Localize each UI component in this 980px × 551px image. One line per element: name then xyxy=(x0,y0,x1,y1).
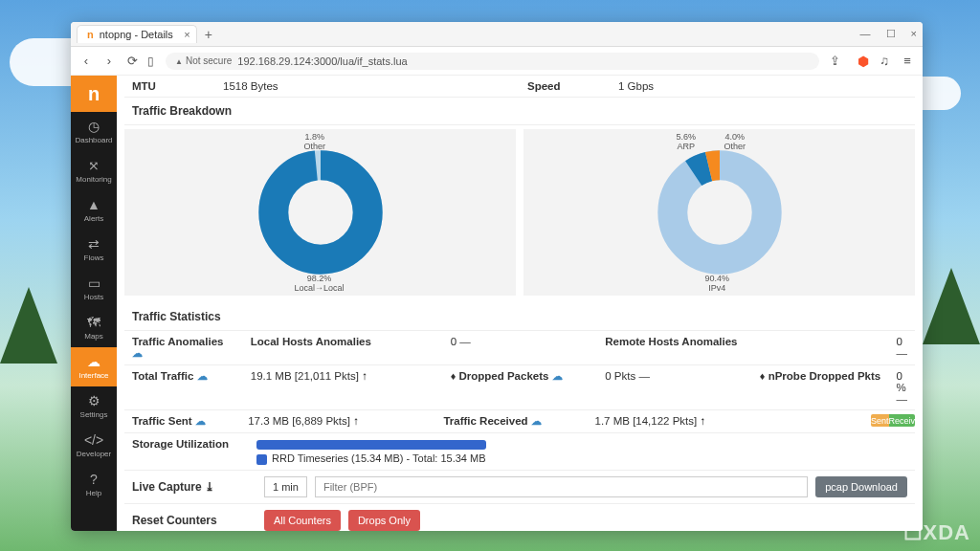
download-icon: ⤓ xyxy=(205,480,214,494)
chart-icon[interactable]: ☁ xyxy=(197,370,208,382)
traffic-recv-label: Traffic Received xyxy=(443,415,527,427)
music-icon[interactable]: ♫ xyxy=(877,54,892,68)
dropped-label: Dropped Packets xyxy=(458,370,548,382)
sidebar-item-developer[interactable]: </>Developer xyxy=(71,426,117,465)
nprobe-value: 0 % xyxy=(897,370,908,405)
new-tab-button[interactable]: + xyxy=(205,27,212,42)
filter-input[interactable] xyxy=(315,476,808,497)
alerts-icon: ▲ xyxy=(87,197,100,212)
local-anom-value: 0 xyxy=(451,336,471,347)
donut-chart-right: 5.6%ARP 4.0%Other 90.4%IPv4 xyxy=(523,129,915,296)
chart2-label-arp: 5.6%ARP xyxy=(677,133,697,152)
pcap-download-button[interactable]: pcap Download xyxy=(815,476,907,497)
all-counters-button[interactable]: All Counters xyxy=(264,510,341,531)
xda-watermark: ☐XDA xyxy=(903,520,970,545)
donut-chart-left: 1.8%Other 98.2%Local→Local xyxy=(124,129,516,296)
help-icon: ? xyxy=(90,472,98,487)
stats-title: Traffic Statistics xyxy=(124,303,915,331)
brave-shield-icon[interactable]: ⬢ xyxy=(858,54,869,69)
chart-icon[interactable]: ☁ xyxy=(132,347,143,359)
titlebar: n ntopng - Details × + — ☐ × xyxy=(71,22,923,47)
close-window-icon[interactable]: × xyxy=(911,28,917,40)
sidebar-item-interface[interactable]: ☁Interface xyxy=(71,347,117,386)
sidebar-item-monitoring[interactable]: ⤧Monitoring xyxy=(71,151,117,190)
local-anom-label: Local Hosts Anomalies xyxy=(243,331,443,364)
traffic-recv-value: 1.7 MB [14,122 Pkts] xyxy=(595,415,706,427)
recv-bar-segment: Receiv xyxy=(889,414,916,427)
reset-counters-label: Reset Counters xyxy=(132,514,256,527)
storage-legend: RRD Timeseries (15.34 MB) - Total: 15.34… xyxy=(272,452,486,464)
traffic-breakdown-charts: 1.8%Other 98.2%Local→Local 5.6%ARP 4.0%O… xyxy=(124,125,915,303)
settings-icon: ⚙ xyxy=(88,393,100,408)
chart-icon[interactable]: ☁ xyxy=(531,415,542,427)
remote-anom-label: Remote Hosts Anomalies xyxy=(597,331,752,364)
forward-button[interactable]: › xyxy=(101,54,117,68)
chart-icon[interactable]: ☁ xyxy=(195,415,206,427)
drop-icon: ♦ xyxy=(760,370,766,382)
legend-swatch xyxy=(256,454,267,465)
bookmark-icon[interactable]: ▯ xyxy=(147,55,154,68)
sidebar-item-flows[interactable]: ⇄Flows xyxy=(71,230,117,269)
dropped-value: 0 Pkts xyxy=(605,370,650,382)
mtu-label: MTU xyxy=(124,76,215,97)
maximize-icon[interactable]: ☐ xyxy=(886,28,896,40)
storage-label: Storage Utilization xyxy=(124,433,249,470)
drop-icon: ♦ xyxy=(451,370,457,382)
ntopng-logo[interactable]: n xyxy=(71,76,117,112)
url-text: 192.168.29.124:3000/lua/if_stats.lua xyxy=(237,55,407,67)
reload-button[interactable]: ⟳ xyxy=(124,54,140,68)
chart2-label-ipv4: 90.4%IPv4 xyxy=(705,275,730,294)
duration-select[interactable]: 1 min xyxy=(264,476,307,497)
menu-icon[interactable]: ≡ xyxy=(900,54,915,68)
sidebar-item-dashboard[interactable]: ◷Dashboard xyxy=(71,112,117,151)
back-button[interactable]: ‹ xyxy=(78,54,94,68)
maps-icon: 🗺 xyxy=(87,315,100,330)
sidebar-item-settings[interactable]: ⚙Settings xyxy=(71,386,117,426)
favicon: n xyxy=(87,29,94,40)
sidebar-item-help[interactable]: ?Help xyxy=(71,465,117,504)
address-bar[interactable]: Not secure 192.168.29.124:3000/lua/if_st… xyxy=(166,53,819,70)
remote-anom-value: 0 xyxy=(897,336,908,359)
chart1-label-local: 98.2%Local→Local xyxy=(295,275,345,294)
breakdown-title: Traffic Breakdown xyxy=(124,98,915,125)
developer-icon: </> xyxy=(84,432,103,448)
sidebar-item-hosts[interactable]: ▭Hosts xyxy=(71,269,117,308)
total-traffic-label: Total Traffic xyxy=(132,370,193,382)
speed-label: Speed xyxy=(520,76,611,97)
traffic-sent-label: Traffic Sent xyxy=(132,415,192,427)
browser-tab[interactable]: n ntopng - Details × xyxy=(77,25,197,43)
chart2-label-other: 4.0%Other xyxy=(724,133,746,152)
dashboard-icon: ◷ xyxy=(88,119,100,134)
browser-window: n ntopng - Details × + — ☐ × ‹ › ⟳ ▯ Not… xyxy=(71,22,923,531)
traffic-anomalies-label: Traffic Anomalies xyxy=(132,336,223,347)
not-secure-badge: Not secure xyxy=(175,55,232,66)
mtu-value: 1518 Bytes xyxy=(215,76,520,97)
main-content: MTU1518 Bytes Speed1 Gbps Traffic Breakd… xyxy=(117,76,923,531)
tab-title: ntopng - Details xyxy=(100,29,173,40)
close-tab-icon[interactable]: × xyxy=(184,29,189,40)
sidebar-item-maps[interactable]: 🗺Maps xyxy=(71,308,117,347)
drops-only-button[interactable]: Drops Only xyxy=(348,510,420,531)
sent-bar-segment: Sent xyxy=(871,414,889,427)
interface-icon: ☁ xyxy=(87,354,100,369)
storage-bar xyxy=(256,440,486,450)
chart1-label-other: 1.8%Other xyxy=(304,133,326,152)
flows-icon: ⇄ xyxy=(88,236,100,252)
sidebar: n ◷Dashboard ⤧Monitoring ▲Alerts ⇄Flows … xyxy=(71,76,117,531)
traffic-sent-value: 17.3 MB [6,889 Pkts] xyxy=(248,415,359,427)
chart-icon[interactable]: ☁ xyxy=(552,370,563,382)
live-capture-label: Live Capture xyxy=(132,480,202,494)
monitoring-icon: ⤧ xyxy=(88,158,100,173)
total-traffic-value: 19.1 MB [21,011 Pkts] xyxy=(251,370,368,382)
speed-value: 1 Gbps xyxy=(611,76,915,97)
nprobe-label: nProbe Dropped Pkts xyxy=(768,370,881,382)
hosts-icon: ▭ xyxy=(88,276,100,291)
minimize-icon[interactable]: — xyxy=(860,28,871,40)
sidebar-item-alerts[interactable]: ▲Alerts xyxy=(71,190,117,230)
share-icon[interactable]: ⇪ xyxy=(827,54,842,68)
sent-recv-bar: Sent Receiv xyxy=(871,414,915,427)
url-bar: ‹ › ⟳ ▯ Not secure 192.168.29.124:3000/l… xyxy=(71,47,923,76)
